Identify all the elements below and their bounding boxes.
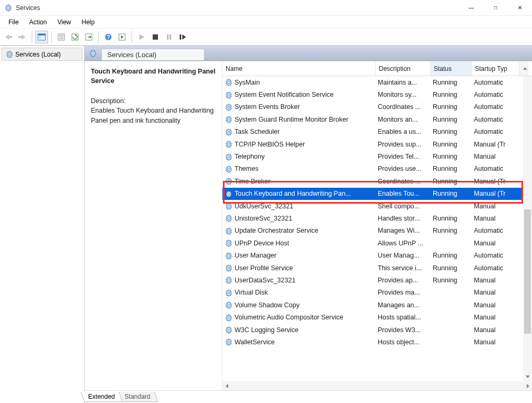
gear-icon: [225, 202, 232, 210]
service-row[interactable]: Volume Shadow CopyManages an...Manual: [222, 299, 532, 311]
refresh-button[interactable]: [69, 31, 81, 43]
service-startup: Manual: [472, 277, 519, 284]
service-row[interactable]: System Guard Runtime Monitor BrokerMonit…: [222, 113, 532, 125]
svg-rect-16: [170, 34, 171, 40]
svg-rect-3: [38, 34, 45, 35]
service-name: System Events Broker: [235, 103, 300, 111]
tab-extended[interactable]: Extended: [81, 392, 123, 402]
restart-service-button[interactable]: [176, 31, 189, 43]
gear-icon: [225, 314, 232, 322]
section-header: Services (Local): [85, 46, 532, 61]
svg-rect-15: [167, 34, 169, 40]
action-button[interactable]: [116, 31, 128, 43]
service-description: Provides Tel...: [376, 153, 431, 160]
start-service-button[interactable]: [135, 31, 148, 43]
service-name: UdkUserSvc_32321: [235, 203, 293, 210]
service-status: Running: [431, 178, 472, 185]
help-button[interactable]: ?: [102, 31, 115, 43]
column-description[interactable]: Description: [376, 61, 431, 76]
section-header-label: Services (Local): [101, 49, 204, 60]
service-description: This service i...: [376, 264, 431, 272]
show-hide-tree-button[interactable]: [35, 31, 48, 43]
service-row[interactable]: Touch Keyboard and Handwriting Pan...Ena…: [222, 188, 532, 200]
service-row[interactable]: Time BrokerCoordinates ...RunningManual …: [222, 175, 532, 187]
scroll-left-button[interactable]: [222, 382, 231, 390]
service-row[interactable]: ThemesProvides use...RunningAutomatic: [222, 163, 532, 175]
service-row[interactable]: UnistoreSvc_32321Handles stor...RunningM…: [222, 212, 532, 224]
service-row[interactable]: User ManagerUser Manag...RunningAutomati…: [222, 249, 532, 261]
service-row[interactable]: UPnP Device HostAllows UPnP ...Manual: [222, 237, 532, 249]
service-status: Running: [431, 103, 472, 111]
service-row[interactable]: SysMainMaintains a...RunningAutomatic: [222, 76, 532, 88]
gear-icon: [225, 276, 232, 284]
properties-button[interactable]: [55, 31, 68, 43]
service-row[interactable]: UdkUserSvc_32321Shell compo...Manual: [222, 200, 532, 212]
service-startup: Automatic: [472, 116, 519, 123]
scroll-up-button[interactable]: [519, 61, 528, 76]
service-row[interactable]: UserDataSvc_32321Provides ap...RunningMa…: [222, 274, 532, 286]
service-row[interactable]: Task SchedulerEnables a us...RunningAuto…: [222, 126, 532, 138]
service-description: Monitors sy...: [376, 91, 431, 98]
service-row[interactable]: Update Orchestrator ServiceManages Wi...…: [222, 225, 532, 237]
service-row[interactable]: System Events BrokerCoordinates ...Runni…: [222, 101, 532, 113]
menu-file[interactable]: File: [4, 17, 23, 27]
export-button[interactable]: [82, 31, 95, 43]
service-row[interactable]: System Event Notification ServiceMonitor…: [222, 88, 532, 100]
menu-help[interactable]: Help: [78, 17, 99, 27]
service-name: User Manager: [235, 252, 276, 259]
service-row[interactable]: Volumetric Audio Compositor ServiceHosts…: [222, 311, 532, 323]
service-row[interactable]: Virtual DiskProvides ma...Manual: [222, 287, 532, 299]
service-startup: Manual: [472, 301, 519, 309]
service-startup: Automatic: [472, 227, 519, 234]
service-name: Volumetric Audio Compositor Service: [235, 314, 343, 321]
service-row[interactable]: TelephonyProvides Tel...RunningManual: [222, 150, 532, 162]
menu-action[interactable]: Action: [25, 17, 51, 27]
back-button[interactable]: [2, 31, 15, 43]
vertical-scrollbar[interactable]: [523, 76, 532, 381]
scroll-down-button[interactable]: [523, 372, 532, 381]
service-description: Hosts spatial...: [376, 314, 431, 321]
service-description: Coordinates ...: [376, 178, 431, 185]
menu-view[interactable]: View: [53, 17, 76, 27]
service-row[interactable]: TCP/IP NetBIOS HelperProvides sup...Runn…: [222, 138, 532, 150]
stop-service-button[interactable]: [149, 31, 162, 43]
service-description: Enables Tou...: [376, 190, 431, 197]
column-status[interactable]: Status: [431, 61, 472, 76]
tree-root-item[interactable]: Services (Local): [2, 48, 82, 61]
horizontal-scrollbar[interactable]: [222, 381, 532, 390]
service-status: Running: [431, 252, 472, 259]
tab-standard[interactable]: Standard: [117, 392, 158, 402]
app-icon: [4, 4, 13, 12]
service-description: Hosts object...: [376, 338, 431, 346]
service-startup: Manual (Tr: [472, 141, 519, 148]
gear-icon: [225, 214, 232, 222]
service-description: Manages Wi...: [376, 227, 431, 234]
service-name: System Event Notification Service: [235, 91, 334, 98]
service-startup: Manual: [472, 289, 519, 296]
column-startup[interactable]: Startup Typ: [472, 61, 519, 76]
service-status: Running: [431, 116, 472, 123]
forward-button[interactable]: [16, 31, 29, 43]
scroll-right-button[interactable]: [523, 382, 532, 390]
service-name: WalletService: [235, 338, 275, 346]
gear-icon: [225, 91, 232, 99]
service-row[interactable]: W3C Logging ServiceProvides W3...Manual: [222, 324, 532, 336]
service-name: TCP/IP NetBIOS Helper: [235, 141, 305, 148]
gear-icon: [225, 115, 232, 123]
service-name: UnistoreSvc_32321: [235, 215, 292, 222]
close-button[interactable]: ✕: [508, 0, 532, 16]
scrollbar-thumb[interactable]: [524, 209, 531, 334]
service-startup: Manual: [472, 215, 519, 222]
column-name[interactable]: Name: [222, 61, 376, 76]
service-status: Running: [431, 141, 472, 148]
gear-icon: [225, 289, 232, 297]
service-status: Running: [431, 91, 472, 98]
maximize-button[interactable]: □: [483, 0, 508, 16]
pause-service-button[interactable]: [163, 31, 175, 43]
service-name: Themes: [235, 165, 258, 172]
minimize-button[interactable]: —: [459, 0, 483, 16]
service-status: Running: [431, 165, 472, 172]
service-row[interactable]: WalletServiceHosts object...Manual: [222, 336, 532, 348]
gear-icon: [225, 326, 232, 334]
service-row[interactable]: User Profile ServiceThis service i...Run…: [222, 262, 532, 274]
